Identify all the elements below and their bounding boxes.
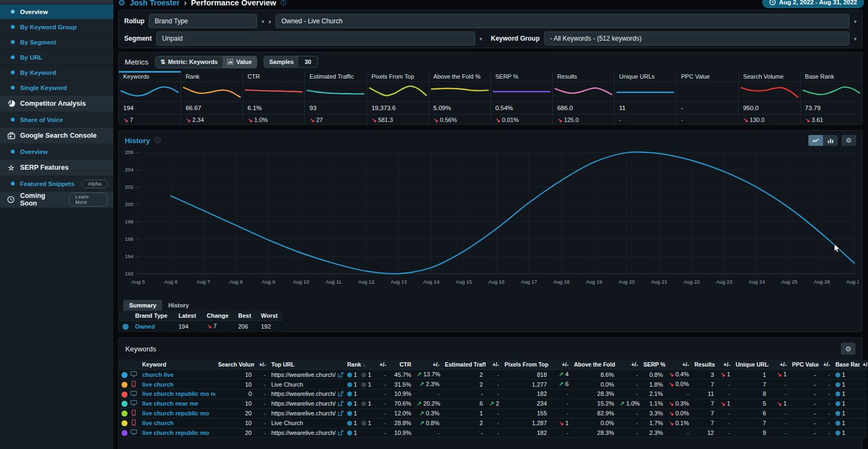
keyword-link[interactable]: live church near me (142, 400, 198, 407)
tab-history[interactable]: History (162, 300, 195, 311)
metric-card-search-volume[interactable]: Search Volume950.0↘130.0 (738, 71, 800, 124)
summary-col-worst[interactable]: Worst (258, 311, 283, 321)
summary-col-brand-type[interactable]: Brand Type (132, 311, 175, 321)
top-url-link[interactable]: https://wearelive.church/ (271, 429, 336, 436)
external-link-icon[interactable] (338, 372, 343, 377)
metric-card-rank[interactable]: Rank66.67↘2.34 (181, 71, 242, 124)
chevron-down-icon[interactable]: ▾ (480, 36, 482, 42)
sidebar-item-serp-features[interactable]: ☆SERP Features (0, 159, 113, 176)
sidebar-item-coming-soon[interactable]: Coming SoonLearn More (0, 191, 113, 208)
keywords-col-pixels-from-top[interactable]: Pixels From Top (502, 360, 550, 370)
metric-card-results[interactable]: Results686.0↘125.0 (552, 71, 614, 124)
top-url-link[interactable]: https://wearelive.church/ (271, 400, 336, 407)
keywords-col-estimated-traffic[interactable]: Estimated Traffic (442, 360, 486, 370)
sidebar-item-share-of-voice[interactable]: Share of Voice (0, 112, 113, 127)
sidebar-item-by-url[interactable]: By URL (0, 50, 113, 65)
keyword-row[interactable]: live church near me10-https://wearelive.… (119, 399, 867, 408)
value-toggle-button[interactable]: Value (222, 56, 257, 68)
breadcrumb-user-link[interactable]: Josh Troester (130, 0, 180, 7)
sidebar-item-by-keyword-group[interactable]: By Keyword Group (0, 20, 113, 35)
external-link-icon[interactable] (338, 430, 343, 435)
sidebar-item-overview[interactable]: Overview (0, 144, 113, 159)
keywords-col-[interactable]: +/- (550, 360, 571, 370)
history-chart[interactable]: 206204202200198196194192Aug 5Aug 6Aug 7A… (122, 149, 859, 297)
keyword-row[interactable]: live church10-Live Church11-28.8%↗0.8%2-… (119, 418, 867, 428)
sidebar-item-by-keyword[interactable]: By Keyword (0, 65, 113, 80)
external-link-icon[interactable] (338, 401, 343, 406)
metric-card-pixels-from-top[interactable]: Pixels From Top19,373.6↘581.3 (367, 71, 429, 124)
external-link-icon[interactable] (338, 410, 343, 416)
keywords-col-[interactable]: +/- (375, 360, 389, 370)
keywords-col-[interactable]: +/- (617, 360, 641, 370)
keyword-row[interactable]: live church republic mo near me0-https:/… (119, 389, 867, 399)
samples-input[interactable]: 30 (298, 56, 317, 67)
keyword-row[interactable]: live church republic mo20-https://wearel… (119, 408, 867, 418)
history-info-icon[interactable]: ⓘ (155, 136, 161, 145)
keyword-link[interactable]: live church republic mo near me (142, 390, 215, 397)
keyword-link[interactable]: live church (142, 420, 174, 426)
sidebar-item-featured-snippets[interactable]: Featured SnippetsAlpha (0, 176, 113, 191)
sidebar-item-single-keyword[interactable]: Single Keyword (0, 80, 113, 95)
keywords-col-[interactable]: +/- (769, 360, 789, 370)
keyword-group-select[interactable]: - All Keywords - (512 keywords) (544, 31, 850, 46)
keywords-col-above-the-fold[interactable]: Above the Fold % (571, 360, 617, 370)
sidebar-badge[interactable]: Alpha (81, 179, 108, 188)
summary-col-best[interactable]: Best (235, 311, 258, 321)
keywords-col-[interactable]: +/- (666, 360, 692, 370)
date-range-picker[interactable]: Aug 2, 2022 - Aug 31, 2022 (762, 0, 864, 8)
metric-card-keywords[interactable]: Keywords194↘7 (119, 71, 181, 124)
keywords-col-top-url[interactable]: Top URL (269, 360, 344, 370)
keywords-col-unique-urls[interactable]: Unique URLs (733, 360, 769, 370)
summary-col-change[interactable]: Change (203, 311, 235, 321)
segment-select[interactable]: Unpaid (156, 31, 475, 46)
keywords-col-[interactable]: +/- (414, 360, 442, 370)
sidebar-item-by-segment[interactable]: By Segment (0, 35, 113, 50)
sidebar-item-overview[interactable]: Overview (0, 4, 113, 20)
metric-card-estimated-traffic[interactable]: Estimated Traffic93↘27 (304, 71, 366, 124)
keywords-settings-button[interactable]: ⚙ (841, 343, 856, 355)
keywords-col-base-rank[interactable]: Base Rank (833, 360, 860, 370)
tab-summary[interactable]: Summary (123, 300, 162, 311)
keyword-link[interactable]: live church republic mo (142, 410, 209, 416)
line-chart-toggle-button[interactable] (808, 135, 823, 146)
keywords-col-[interactable]: +/- (717, 360, 733, 370)
keywords-col-keyword[interactable]: Keyword (139, 360, 215, 370)
sidebar-item-competitor-analysis[interactable]: Competitor Analysis (0, 95, 113, 112)
summary-col-latest[interactable]: Latest (175, 311, 203, 321)
metric-card-serp[interactable]: SERP %0.54%↘0.01% (490, 71, 552, 124)
rollup-child-select[interactable]: Owned - Live Church (276, 14, 850, 28)
keywords-col-[interactable]: +/- (486, 360, 502, 370)
keywords-col-serp[interactable]: SERP % (641, 360, 666, 370)
keyword-link[interactable]: live church republic mo (142, 429, 209, 436)
workspace-gear-icon[interactable]: ⚙ (118, 0, 125, 8)
keyword-row[interactable]: live church10-Live Church11-31.5%↗2.3%2-… (119, 380, 867, 389)
metric-card-ppc-value[interactable]: PPC Value-- (676, 71, 738, 124)
keywords-col-ppc-value[interactable]: PPC Value (789, 360, 819, 370)
page-info-icon[interactable]: ⓘ (280, 0, 286, 7)
external-link-icon[interactable] (338, 391, 343, 396)
top-url-link[interactable]: https://wearelive.church/ (271, 410, 336, 416)
metric-card-unique-urls[interactable]: Unique URLs11- (614, 71, 676, 124)
keyword-row[interactable]: church live10-https://wearelive.church/1… (119, 370, 867, 380)
chevron-down-icon[interactable]: ▾ (854, 36, 857, 42)
keywords-col-ctr[interactable]: CTR (389, 360, 414, 370)
metric-card-base-rank[interactable]: Base Rank73.79↘3.61 (800, 71, 862, 124)
sidebar-badge[interactable]: Learn More (69, 193, 108, 207)
metric-selector-button[interactable]: ⇅Metric: Keywords (156, 56, 223, 68)
keyword-link[interactable]: live church (142, 381, 174, 388)
keywords-col-[interactable]: +/- (860, 360, 867, 370)
keyword-row[interactable]: live church republic mo20-https://wearel… (119, 428, 867, 438)
rollup-select[interactable]: Brand Type (149, 14, 257, 28)
history-settings-button[interactable]: ⚙ (841, 135, 856, 146)
keywords-col-search-volume[interactable]: Search Volume (215, 360, 254, 370)
keywords-col-[interactable]: +/- (254, 360, 269, 370)
top-url-link[interactable]: https://wearelive.church/ (271, 371, 336, 378)
metric-card-ctr[interactable]: CTR6.1%↘1.0% (242, 71, 304, 124)
keywords-col-[interactable]: +/- (819, 360, 833, 370)
keywords-col-rank[interactable]: Rank↓ (344, 360, 375, 370)
chevron-down-icon[interactable]: ▾ (261, 18, 264, 24)
sidebar-item-google-search-console[interactable]: Google Search Console (0, 127, 113, 144)
keyword-link[interactable]: church live (142, 371, 174, 378)
chevron-down-icon[interactable]: ▾ (854, 18, 857, 24)
brand-type-link[interactable]: Owned (135, 323, 155, 330)
